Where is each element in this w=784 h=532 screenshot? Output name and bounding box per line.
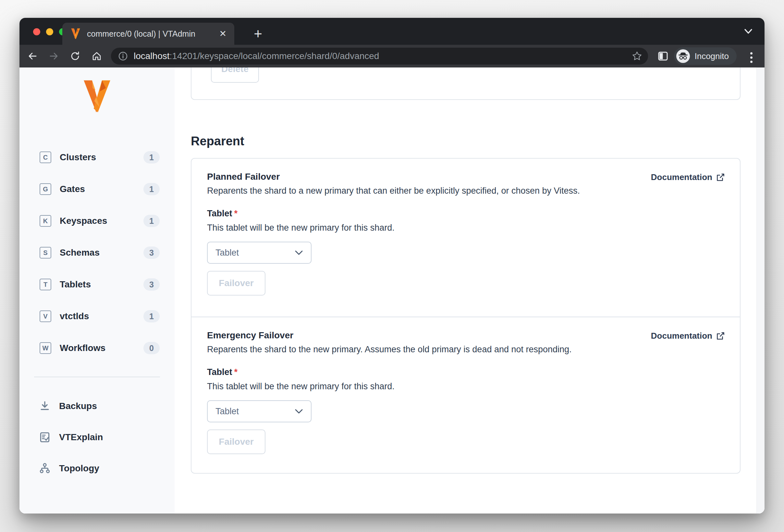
browser-window: commerce/0 (local) | VTAdmin ✕ +	[20, 18, 764, 513]
tablet-field-help: This tablet will be the new primary for …	[207, 382, 395, 391]
sidebar-item-keyspaces[interactable]: K Keyspaces 1	[20, 205, 175, 237]
tab-search-chevron-icon[interactable]	[743, 28, 754, 35]
browser-chrome: commerce/0 (local) | VTAdmin ✕ +	[20, 18, 764, 67]
count-badge: 1	[143, 310, 160, 322]
sidebar-item-label: Workflows	[60, 343, 106, 353]
external-link-icon	[716, 173, 725, 182]
sidebar-item-vtctlds[interactable]: V vtctlds 1	[20, 300, 175, 332]
sidebar-item-label: Clusters	[60, 152, 96, 162]
shard-advanced-page: Delete Reparent Planned Failover Documen…	[175, 67, 764, 513]
tablets-letter-icon: T	[39, 279, 51, 290]
sidebar-item-topology[interactable]: Topology	[20, 453, 175, 484]
vtctlds-letter-icon: V	[39, 311, 51, 322]
tablet-field-label: Tablet*	[207, 367, 237, 377]
minimize-window-button[interactable]	[46, 28, 53, 35]
sidebar-item-schemas[interactable]: S Schemas 3	[20, 237, 175, 269]
url-path: :14201/keyspace/local/commerce/shard/0/a…	[170, 51, 379, 61]
count-badge: 0	[143, 342, 160, 354]
required-asterisk: *	[234, 367, 238, 377]
incognito-icon	[676, 49, 690, 63]
close-window-button[interactable]	[33, 28, 40, 35]
count-badge: 1	[143, 151, 160, 164]
url-host: localhost	[134, 51, 170, 61]
browser-menu-icon[interactable]	[750, 50, 753, 65]
vitess-favicon	[71, 28, 81, 39]
panel-description: Reparents the shard to the new primary. …	[207, 345, 572, 355]
reparent-section-title: Reparent	[191, 134, 244, 148]
bookmark-star-icon[interactable]	[632, 51, 642, 61]
tab-close-icon[interactable]: ✕	[219, 29, 226, 39]
back-icon[interactable]	[27, 51, 38, 61]
topology-icon	[38, 462, 51, 475]
reparent-card: Planned Failover Documentation Reparents…	[191, 158, 740, 474]
browser-toolbar: localhost:14201/keyspace/local/commerce/…	[20, 45, 764, 67]
panel-heading: Planned Failover	[207, 172, 280, 182]
sidebar-item-clusters[interactable]: C Clusters 1	[20, 142, 175, 173]
documentation-link[interactable]: Documentation	[651, 331, 725, 341]
sidebar-nav: C Clusters 1 G Gates 1 K Keyspaces 1	[20, 142, 175, 364]
tablet-field-label: Tablet*	[207, 209, 237, 219]
vtadmin-sidebar: C Clusters 1 G Gates 1 K Keyspaces 1	[20, 67, 175, 513]
external-link-icon	[716, 331, 725, 340]
new-tab-button[interactable]: +	[249, 25, 267, 42]
tablet-select[interactable]: Tablet	[207, 242, 311, 264]
count-badge: 3	[143, 246, 160, 259]
sidebar-item-vtexplain[interactable]: VTExplain	[20, 422, 175, 453]
workflows-letter-icon: W	[39, 342, 51, 354]
tablet-select[interactable]: Tablet	[207, 400, 311, 422]
vtexplain-icon	[38, 431, 51, 444]
page-scrollbar[interactable]	[756, 67, 764, 513]
clusters-letter-icon: C	[39, 151, 51, 163]
count-badge: 1	[143, 183, 160, 195]
documentation-link[interactable]: Documentation	[651, 172, 725, 182]
chevron-down-icon	[295, 409, 303, 414]
sidebar-item-label: Topology	[59, 463, 99, 474]
sidebar-item-tablets[interactable]: T Tablets 3	[20, 269, 175, 300]
sidebar-item-label: Schemas	[60, 247, 100, 258]
tab-strip: commerce/0 (local) | VTAdmin ✕ +	[20, 18, 764, 45]
forward-icon[interactable]	[49, 51, 59, 61]
reload-icon[interactable]	[70, 51, 81, 61]
sidebar-tools: Backups VTExplain	[20, 390, 175, 484]
sidebar-item-label: Keyspaces	[60, 216, 107, 226]
sidebar-item-label: vtctlds	[60, 311, 89, 322]
tab-commerce-0[interactable]: commerce/0 (local) | VTAdmin ✕	[62, 23, 234, 45]
chevron-down-icon	[295, 250, 303, 255]
failover-button[interactable]: Failover	[207, 271, 265, 296]
incognito-badge: Incognito	[674, 47, 737, 65]
sidebar-item-label: Tablets	[60, 279, 91, 290]
sidebar-item-gates[interactable]: G Gates 1	[20, 173, 175, 205]
side-panel-icon[interactable]	[657, 51, 669, 62]
sidebar-item-label: VTExplain	[59, 432, 103, 442]
sidebar-item-label: Backups	[59, 401, 97, 411]
site-info-icon[interactable]	[118, 51, 128, 61]
url-text: localhost:14201/keyspace/local/commerce/…	[134, 51, 379, 61]
sidebar-item-backups[interactable]: Backups	[20, 390, 175, 422]
sidebar-item-label: Gates	[60, 184, 85, 194]
incognito-label: Incognito	[695, 51, 729, 61]
page-content: C Clusters 1 G Gates 1 K Keyspaces 1	[20, 67, 764, 513]
panel-heading: Emergency Failover	[207, 330, 293, 341]
vitess-logo[interactable]	[83, 80, 111, 113]
schemas-letter-icon: S	[39, 247, 51, 259]
keyspaces-letter-icon: K	[39, 215, 51, 227]
backups-icon	[38, 400, 51, 413]
count-badge: 1	[143, 215, 160, 227]
emergency-failover-panel: Emergency Failover Documentation Reparen…	[192, 317, 740, 475]
address-bar[interactable]: localhost:14201/keyspace/local/commerce/…	[111, 48, 648, 64]
desktop: commerce/0 (local) | VTAdmin ✕ +	[0, 0, 784, 532]
gates-letter-icon: G	[39, 183, 51, 195]
count-badge: 3	[143, 278, 160, 291]
panel-description: Reparents the shard to a new primary tha…	[207, 186, 580, 196]
failover-button[interactable]: Failover	[207, 430, 265, 454]
planned-failover-panel: Planned Failover Documentation Reparents…	[192, 159, 740, 317]
required-asterisk: *	[234, 209, 238, 218]
home-icon[interactable]	[91, 51, 102, 61]
tab-title: commerce/0 (local) | VTAdmin	[87, 29, 215, 39]
sidebar-item-workflows[interactable]: W Workflows 0	[20, 332, 175, 364]
tablet-field-help: This tablet will be the new primary for …	[207, 223, 395, 233]
sidebar-divider	[34, 377, 160, 377]
